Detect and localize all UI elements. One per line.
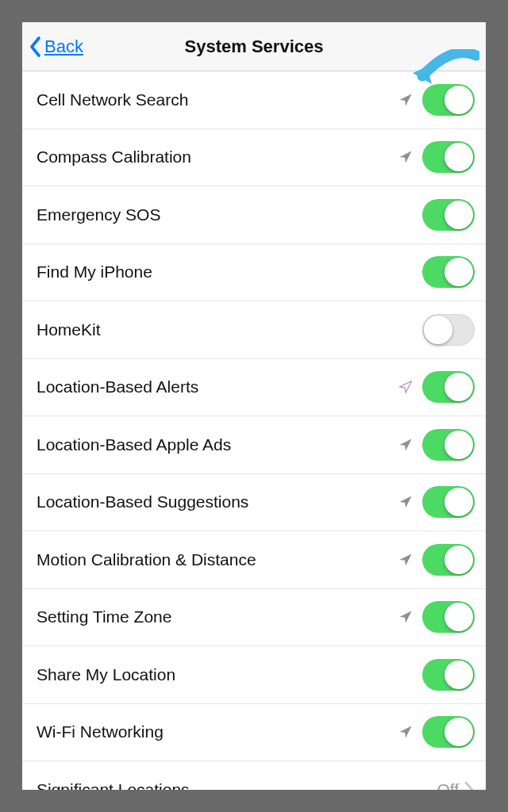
row-label: HomeKit bbox=[37, 320, 422, 339]
row-label: Cell Network Search bbox=[37, 90, 397, 109]
row-label: Location-Based Apple Ads bbox=[37, 435, 397, 454]
location-arrow-icon bbox=[397, 493, 414, 511]
toggle-share-my-location[interactable] bbox=[422, 659, 475, 691]
toggle-homekit[interactable] bbox=[422, 314, 475, 346]
row-emergency-sos: Emergency SOS bbox=[22, 186, 486, 244]
row-cell-network-search: Cell Network Search bbox=[22, 71, 486, 129]
settings-screen: Back System Services Cell Network Search… bbox=[22, 22, 486, 790]
toggle-knob bbox=[444, 143, 473, 171]
row-share-my-location: Share My Location bbox=[22, 646, 486, 704]
toggle-cell-network-search[interactable] bbox=[422, 84, 475, 116]
row-setting-time-zone: Setting Time Zone bbox=[22, 589, 486, 647]
row-location-based-suggestions: Location-Based Suggestions bbox=[22, 474, 486, 532]
row-significant-locations[interactable]: Significant LocationsOff bbox=[22, 761, 486, 790]
row-label: Share My Location bbox=[37, 665, 422, 684]
row-find-my-iphone: Find My iPhone bbox=[22, 244, 486, 302]
back-label: Back bbox=[44, 36, 83, 57]
row-label: Location-Based Alerts bbox=[37, 377, 397, 396]
row-label: Wi-Fi Networking bbox=[37, 722, 397, 741]
location-arrow-icon bbox=[397, 608, 414, 626]
toggle-knob bbox=[444, 86, 473, 114]
toggle-knob bbox=[444, 718, 473, 746]
toggle-knob bbox=[444, 201, 473, 229]
row-wifi-networking: Wi-Fi Networking bbox=[22, 704, 486, 762]
location-arrow-icon bbox=[397, 436, 414, 454]
toggle-knob bbox=[444, 661, 473, 689]
row-label: Emergency SOS bbox=[37, 205, 422, 224]
settings-list: Cell Network SearchCompass CalibrationEm… bbox=[22, 71, 486, 790]
row-location-based-apple-ads: Location-Based Apple Ads bbox=[22, 416, 486, 474]
toggle-knob bbox=[444, 431, 473, 459]
location-arrow-icon bbox=[397, 91, 414, 109]
toggle-wifi-networking[interactable] bbox=[422, 716, 475, 748]
toggle-knob bbox=[444, 488, 473, 516]
row-label: Setting Time Zone bbox=[37, 607, 397, 626]
row-homekit: HomeKit bbox=[22, 301, 486, 359]
toggle-find-my-iphone[interactable] bbox=[422, 256, 475, 288]
row-compass-calibration: Compass Calibration bbox=[22, 129, 486, 187]
row-label: Motion Calibration & Distance bbox=[37, 550, 397, 569]
row-label: Find My iPhone bbox=[37, 262, 422, 282]
row-motion-calibration-distance: Motion Calibration & Distance bbox=[22, 531, 486, 589]
location-arrow-icon bbox=[397, 723, 414, 741]
chevron-left-icon bbox=[29, 36, 43, 58]
row-value: Off bbox=[437, 780, 459, 790]
page-title: System Services bbox=[22, 36, 486, 57]
back-button[interactable]: Back bbox=[29, 36, 83, 58]
nav-bar: Back System Services bbox=[22, 22, 486, 71]
toggle-location-based-alerts[interactable] bbox=[422, 371, 475, 403]
location-arrow-icon bbox=[397, 148, 414, 166]
location-arrow-icon bbox=[397, 378, 414, 396]
toggle-knob bbox=[424, 316, 452, 344]
row-label: Location-Based Suggestions bbox=[37, 492, 397, 511]
toggle-knob bbox=[444, 373, 473, 401]
toggle-knob bbox=[444, 546, 473, 574]
location-arrow-icon bbox=[397, 551, 414, 569]
toggle-motion-calibration-distance[interactable] bbox=[422, 544, 475, 576]
row-location-based-alerts: Location-Based Alerts bbox=[22, 359, 486, 417]
toggle-compass-calibration[interactable] bbox=[422, 141, 475, 173]
toggle-location-based-suggestions[interactable] bbox=[422, 486, 475, 518]
toggle-setting-time-zone[interactable] bbox=[422, 601, 475, 633]
toggle-knob bbox=[444, 603, 473, 631]
row-label: Compass Calibration bbox=[37, 147, 397, 167]
row-label: Significant Locations bbox=[37, 780, 437, 790]
toggle-emergency-sos[interactable] bbox=[422, 199, 475, 231]
chevron-right-icon bbox=[464, 781, 475, 790]
toggle-location-based-apple-ads[interactable] bbox=[422, 429, 475, 461]
toggle-knob bbox=[444, 258, 473, 286]
